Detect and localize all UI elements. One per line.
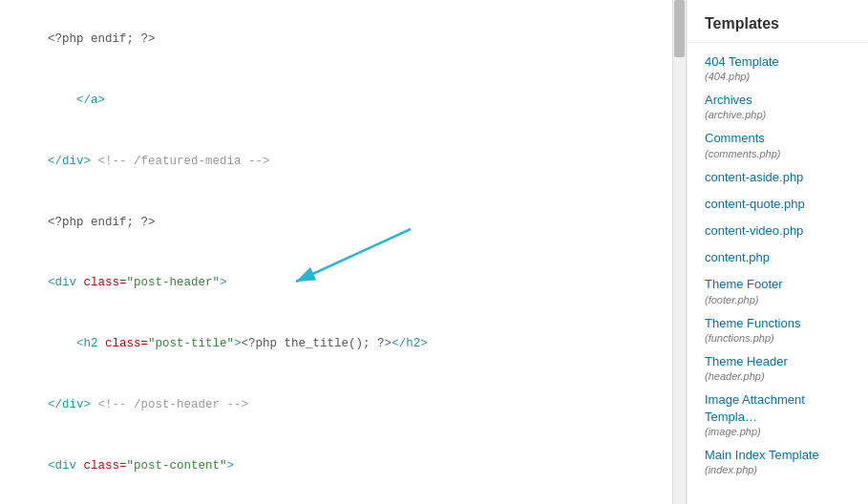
editor-scrollbar[interactable] [672,0,686,504]
sidebar-item-content-video[interactable]: content-video.php [688,218,868,244]
sidebar-item-header[interactable]: Theme Header (header.php) [688,348,868,387]
sidebar-title: Templates [688,10,868,43]
templates-sidebar: Templates 404 Template (404.php) Archive… [687,0,868,504]
code-editor[interactable]: <?php endif; ?> </a> </div> <!-- /featur… [0,0,687,504]
sidebar-item-comments[interactable]: Comments (comments.php) [688,125,868,163]
sidebar-item-index[interactable]: Main Index Template (index.php) [688,442,868,480]
scrollbar-thumb[interactable] [674,0,685,57]
sidebar-item-functions[interactable]: Theme Functions (functions.php) [688,310,868,348]
sidebar-item-content-aside[interactable]: content-aside.php [688,164,868,191]
sidebar-item-content-quote[interactable]: content-quote.php [688,191,868,218]
sidebar-item-archives[interactable]: Archives (archive.php) [688,87,868,125]
code-content: <?php endif; ?> </a> </div> <!-- /featur… [0,0,686,504]
sidebar-item-404[interactable]: 404 Template (404.php) [688,49,868,87]
sidebar-item-footer[interactable]: Theme Footer (footer.php) [688,271,868,309]
sidebar-item-content[interactable]: content.php [688,244,868,271]
sidebar-item-image[interactable]: Image Attachment Templa… (image.php) [688,387,868,442]
